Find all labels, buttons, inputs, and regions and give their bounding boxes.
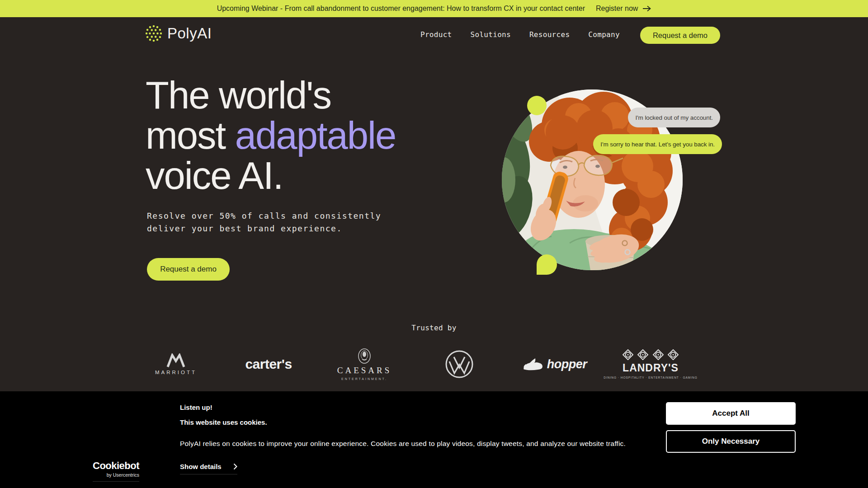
hero-heading-highlight: adaptable	[235, 114, 396, 157]
landrys-logo: LANDRY'S DINING · HOSPITALITY · ENTERTAI…	[608, 343, 693, 385]
carters-logo: carter's	[226, 343, 311, 385]
marriott-wordmark: MARRIOTT	[155, 370, 197, 375]
lime-dot	[527, 96, 547, 115]
caesars-emblem-icon	[358, 348, 371, 364]
chat-bubble-customer: I'm locked out of my account.	[628, 108, 720, 127]
polyai-dots-icon	[146, 23, 162, 43]
caesars-wordmark: CAESARS	[337, 366, 392, 375]
hero-subtext-line1: Resolve over 50% of calls and consistent…	[147, 210, 381, 222]
main-nav: Product Solutions Resources Company	[420, 17, 620, 52]
carters-wordmark: carter's	[245, 357, 292, 372]
trusted-by-label: Trusted by	[0, 324, 868, 332]
caesars-subtext: ENTERTAINMENT.	[341, 377, 387, 380]
cookiebot-logo[interactable]: Cookiebot by Usercentrics	[93, 460, 139, 482]
webinar-banner: Upcoming Webinar - From call abandonment…	[0, 0, 868, 17]
show-details-label: Show details	[180, 463, 222, 470]
chat-bubble-agent-text: I'm sorry to hear that. Let's get you ba…	[600, 141, 715, 148]
polyai-logo[interactable]: PolyAI	[146, 23, 212, 43]
register-now-link[interactable]: Register now	[596, 5, 651, 13]
marriott-m-icon	[165, 353, 186, 368]
cookiebot-wordmark: Cookiebot	[93, 460, 139, 472]
chevron-right-icon	[233, 463, 237, 470]
vw-circle-icon	[445, 350, 474, 379]
cookie-consent-banner: Listen up! This website uses cookies. Po…	[0, 391, 868, 488]
marriott-logo: MARRIOTT	[133, 343, 219, 385]
chat-bubble-customer-text: I'm locked out of my account.	[635, 114, 713, 121]
hero-subtext-line2: deliver your best brand experience.	[147, 222, 381, 235]
webinar-banner-text: Upcoming Webinar - From call abandonment…	[217, 5, 585, 13]
hero-subtext: Resolve over 50% of calls and consistent…	[147, 210, 381, 235]
polyai-wordmark: PolyAI	[167, 25, 212, 42]
register-now-label: Register now	[596, 5, 638, 13]
vw-logo	[416, 343, 502, 385]
nav-item-product[interactable]: Product	[420, 30, 452, 39]
nav-item-solutions[interactable]: Solutions	[471, 30, 511, 39]
show-details-link[interactable]: Show details	[180, 463, 237, 474]
request-demo-button-hero[interactable]: Request a demo	[147, 258, 230, 281]
nav-item-company[interactable]: Company	[588, 30, 620, 39]
hero-heading-line2-prefix: most	[146, 114, 235, 157]
nav-item-resources[interactable]: Resources	[529, 30, 570, 39]
chat-bubble-agent: I'm sorry to hear that. Let's get you ba…	[593, 134, 722, 154]
landrys-diamonds-icon	[623, 349, 679, 360]
only-necessary-button[interactable]: Only Necessary	[666, 430, 796, 453]
lime-teardrop	[537, 254, 557, 275]
hopper-logo: hopper	[512, 343, 598, 385]
hero-heading: The world's most adaptable voice AI.	[146, 75, 396, 196]
request-demo-button-nav[interactable]: Request a demo	[640, 27, 720, 44]
hero-heading-line1: The world's	[146, 74, 331, 117]
polyai-homepage: Upcoming Webinar - From call abandonment…	[0, 0, 868, 488]
cookie-body-text: PolyAI relies on cookies to improve your…	[180, 439, 641, 449]
arrow-right-icon	[642, 5, 651, 12]
landrys-wordmark: LANDRY'S	[623, 362, 679, 374]
cookie-title: Listen up!	[180, 404, 212, 411]
hero-heading-line3: voice AI.	[146, 154, 283, 197]
cookiebot-byline: by Usercentrics	[107, 472, 139, 478]
cookie-subtitle: This website uses cookies.	[180, 418, 267, 426]
accept-all-button[interactable]: Accept All	[666, 402, 796, 425]
hopper-wordmark: hopper	[547, 357, 587, 371]
landrys-subtext: DINING · HOSPITALITY · ENTERTAINMENT · G…	[604, 376, 698, 379]
caesars-logo: CAESARS ENTERTAINMENT.	[321, 343, 407, 385]
hopper-bunny-icon	[523, 357, 543, 371]
